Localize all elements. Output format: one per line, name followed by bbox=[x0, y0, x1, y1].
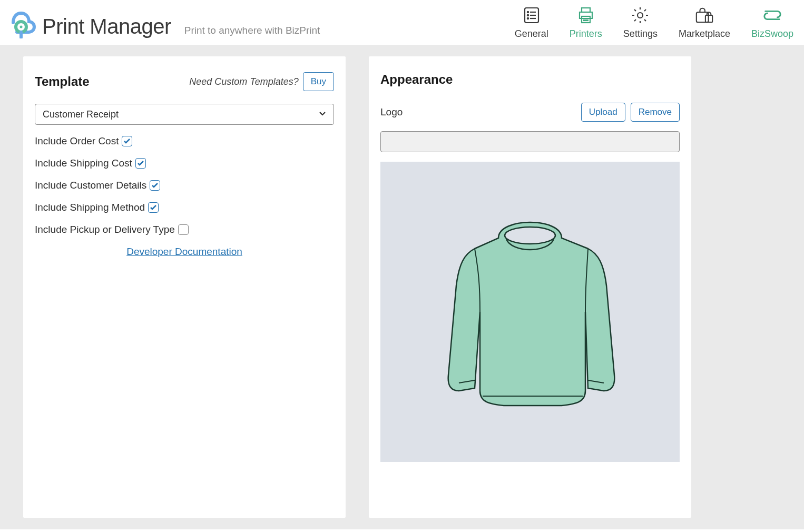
option-include-shipping-method: Include Shipping Method bbox=[35, 202, 334, 213]
svg-point-16 bbox=[505, 227, 555, 244]
nav-item-bizswoop[interactable]: BizSwoop bbox=[751, 5, 793, 40]
nav-item-marketplace[interactable]: Marketplace bbox=[679, 5, 730, 40]
tagline: Print to anywhere with BizPrint bbox=[184, 25, 320, 36]
option-label: Include Shipping Method bbox=[35, 202, 145, 213]
nav-item-general[interactable]: General bbox=[515, 5, 548, 40]
shopping-bag-icon bbox=[694, 5, 714, 25]
top-nav: General Printers Settings bbox=[515, 5, 793, 40]
option-include-shipping-cost: Include Shipping Cost bbox=[35, 157, 334, 169]
buy-area: Need Custom Templates? Buy bbox=[189, 72, 334, 91]
checkbox-shipping-method[interactable] bbox=[148, 202, 159, 213]
nav-label: Marketplace bbox=[679, 28, 730, 40]
logo-buttons: Upload Remove bbox=[581, 103, 680, 122]
gear-icon bbox=[630, 5, 650, 25]
template-panel-header: Template Need Custom Templates? Buy bbox=[35, 72, 334, 91]
option-include-order-cost: Include Order Cost bbox=[35, 135, 334, 147]
nav-label: Printers bbox=[570, 28, 602, 40]
option-include-customer-details: Include Customer Details bbox=[35, 180, 334, 191]
template-title: Template bbox=[35, 74, 90, 89]
upload-button[interactable]: Upload bbox=[581, 103, 625, 122]
developer-docs-link[interactable]: Developer Documentation bbox=[35, 246, 334, 258]
checkbox-pickup-delivery[interactable] bbox=[178, 224, 189, 235]
option-label: Include Order Cost bbox=[35, 135, 119, 147]
option-label: Include Pickup or Delivery Type bbox=[35, 224, 175, 235]
svg-point-7 bbox=[527, 18, 528, 19]
buy-button[interactable]: Buy bbox=[303, 72, 334, 91]
printer-icon bbox=[576, 5, 596, 25]
option-include-pickup-delivery: Include Pickup or Delivery Type bbox=[35, 224, 334, 235]
option-label: Include Customer Details bbox=[35, 180, 146, 191]
template-select[interactable]: Customer Receipt bbox=[35, 104, 334, 125]
nav-label: Settings bbox=[623, 28, 658, 40]
nav-label: General bbox=[515, 28, 548, 40]
svg-rect-9 bbox=[582, 8, 590, 12]
app-title: Print Manager bbox=[42, 15, 171, 38]
svg-point-1 bbox=[20, 25, 23, 28]
svg-point-13 bbox=[638, 13, 643, 18]
logo-label: Logo bbox=[380, 106, 403, 118]
main-content: Template Need Custom Templates? Buy Cust… bbox=[0, 45, 804, 529]
logo-area: Print Manager Print to anywhere with Biz… bbox=[5, 7, 320, 38]
shirt-illustration-icon bbox=[430, 206, 630, 417]
checkbox-shipping-cost[interactable] bbox=[135, 158, 146, 169]
checkbox-customer-details[interactable] bbox=[150, 180, 160, 191]
svg-point-3 bbox=[527, 12, 528, 13]
app-logo-icon bbox=[5, 7, 37, 38]
template-panel: Template Need Custom Templates? Buy Cust… bbox=[23, 56, 346, 518]
list-icon bbox=[522, 5, 542, 25]
remove-button[interactable]: Remove bbox=[631, 103, 680, 122]
bizswoop-icon bbox=[762, 5, 782, 25]
option-label: Include Shipping Cost bbox=[35, 157, 132, 169]
nav-item-printers[interactable]: Printers bbox=[570, 5, 602, 40]
nav-item-settings[interactable]: Settings bbox=[623, 5, 658, 40]
header: Print Manager Print to anywhere with Biz… bbox=[0, 0, 804, 45]
checkbox-order-cost[interactable] bbox=[122, 136, 132, 146]
custom-templates-prompt: Need Custom Templates? bbox=[189, 76, 298, 87]
svg-point-5 bbox=[527, 15, 528, 16]
logo-preview bbox=[380, 162, 680, 462]
appearance-panel: Appearance Logo Upload Remove bbox=[369, 56, 691, 518]
nav-label: BizSwoop bbox=[751, 28, 793, 40]
template-select-wrap: Customer Receipt bbox=[35, 104, 334, 125]
appearance-title: Appearance bbox=[380, 72, 680, 87]
logo-path-input[interactable] bbox=[380, 131, 680, 152]
logo-row: Logo Upload Remove bbox=[380, 103, 680, 122]
